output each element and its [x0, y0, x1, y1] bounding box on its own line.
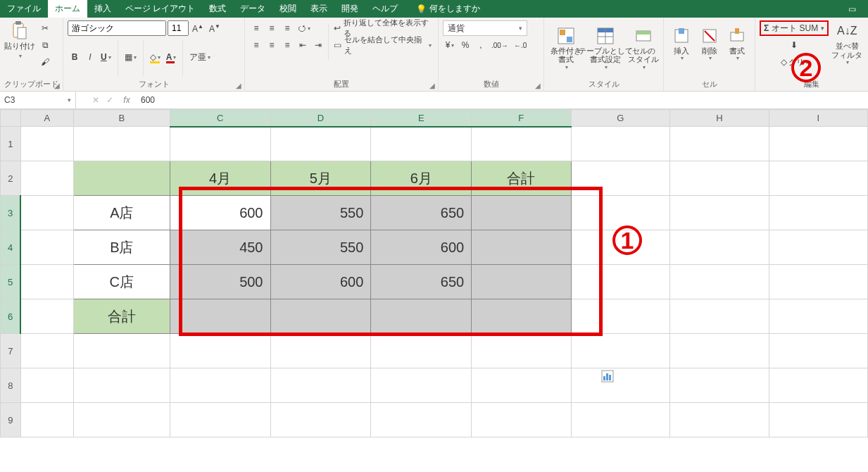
tab-home[interactable]: ホーム	[48, 0, 87, 18]
cell-H7[interactable]	[670, 334, 769, 368]
tab-formulas[interactable]: 数式	[202, 0, 233, 18]
increase-decimal-button[interactable]: .00→	[489, 37, 510, 53]
cell-F3[interactable]	[472, 196, 571, 230]
format-cells-button[interactable]: 書式	[724, 25, 750, 75]
col-header-B[interactable]: B	[74, 110, 170, 127]
fill-button[interactable]: ⬇	[760, 37, 829, 53]
cell-I9[interactable]	[769, 403, 867, 437]
font-dialog-launcher[interactable]: ◢	[234, 81, 243, 89]
cell-A5[interactable]	[20, 265, 73, 299]
currency-button[interactable]: ¥	[443, 37, 457, 53]
row-header-1[interactable]: 1	[1, 127, 21, 161]
paste-button[interactable]: 貼り付け	[4, 20, 35, 70]
col-header-D[interactable]: D	[270, 110, 371, 127]
align-top-button[interactable]: ≡	[249, 20, 263, 36]
cell-C5[interactable]: 500	[170, 265, 270, 299]
cell-E3[interactable]: 650	[371, 196, 472, 230]
cell-B5[interactable]: C店	[74, 265, 170, 299]
cell-G6[interactable]	[571, 299, 670, 334]
cell-H6[interactable]	[670, 299, 769, 334]
bold-button[interactable]: B	[68, 49, 82, 65]
worksheet-grid[interactable]: A B C D E F G H I 1 2 4月 5月 6月 合計 3	[0, 109, 868, 472]
row-header-7[interactable]: 7	[1, 334, 21, 368]
cell-F5[interactable]	[472, 265, 571, 299]
cell-F9[interactable]	[472, 403, 571, 437]
decrease-decimal-button[interactable]: ←.0	[512, 37, 529, 53]
cell-A7[interactable]	[20, 334, 73, 368]
font-size-input[interactable]	[168, 20, 189, 36]
cell-D1[interactable]	[270, 127, 371, 161]
insert-function-button[interactable]: fx	[117, 95, 137, 105]
number-dialog-launcher[interactable]: ◢	[534, 81, 542, 89]
cell-B1[interactable]	[74, 127, 170, 161]
wrap-text-button[interactable]: ↩ 折り返して全体を表示する	[332, 20, 434, 36]
cell-F4[interactable]	[472, 230, 571, 265]
sort-filter-button[interactable]: A↓Z 並べ替 フィルタ	[833, 20, 861, 70]
ribbon-collapse-button[interactable]: ▭	[836, 0, 868, 18]
cell-A6[interactable]	[20, 299, 73, 334]
orientation-button[interactable]: ⭯	[296, 20, 313, 36]
cell-A3[interactable]	[20, 196, 73, 230]
cell-A1[interactable]	[20, 127, 73, 161]
cell-G2[interactable]	[571, 161, 670, 196]
cell-I3[interactable]	[769, 196, 867, 230]
align-right-button[interactable]: ≡	[280, 37, 294, 53]
cell-B3[interactable]: A店	[74, 196, 170, 230]
cell-D9[interactable]	[270, 403, 371, 437]
formula-input[interactable]: 600	[137, 95, 868, 105]
cut-button[interactable]: ✂	[38, 20, 52, 36]
align-center-button[interactable]: ≡	[265, 37, 279, 53]
delete-cells-button[interactable]: 削除	[696, 25, 723, 75]
cell-E6[interactable]	[371, 299, 472, 334]
copy-button[interactable]: ⧉	[38, 37, 52, 53]
insert-cells-button[interactable]: 挿入	[668, 25, 695, 75]
select-all-button[interactable]	[1, 110, 21, 127]
tab-developer[interactable]: 開発	[334, 0, 365, 18]
tab-review[interactable]: 校閲	[272, 0, 303, 18]
format-as-table-button[interactable]: テーブルとして 書式設定	[584, 25, 627, 75]
alignment-dialog-launcher[interactable]: ◢	[428, 81, 436, 89]
quick-analysis-button[interactable]	[601, 370, 614, 383]
row-header-9[interactable]: 9	[1, 403, 21, 437]
cell-C3[interactable]: 600	[170, 196, 270, 230]
cell-B4[interactable]: B店	[74, 230, 170, 265]
cell-G9[interactable]	[571, 403, 670, 437]
cell-B6[interactable]: 合計	[74, 299, 170, 334]
cell-F2[interactable]: 合計	[472, 161, 571, 196]
cell-I1[interactable]	[769, 127, 867, 161]
decrease-font-button[interactable]: A▼	[207, 20, 222, 36]
col-header-G[interactable]: G	[571, 110, 670, 127]
cell-F6[interactable]	[472, 299, 571, 334]
cell-A2[interactable]	[20, 161, 73, 196]
font-color-button[interactable]: A	[164, 49, 179, 65]
cell-A8[interactable]	[20, 368, 73, 403]
cell-A9[interactable]	[20, 403, 73, 437]
align-bottom-button[interactable]: ≡	[280, 20, 294, 36]
phonetic-button[interactable]: ア亜	[187, 49, 213, 65]
cell-I5[interactable]	[769, 265, 867, 299]
cell-C9[interactable]	[170, 403, 270, 437]
cell-H1[interactable]	[670, 127, 769, 161]
cell-E1[interactable]	[371, 127, 472, 161]
font-name-input[interactable]	[68, 20, 166, 36]
cell-E5[interactable]: 650	[371, 265, 472, 299]
cell-G7[interactable]	[571, 334, 670, 368]
cell-F8[interactable]	[472, 368, 571, 403]
tell-me[interactable]: 💡 何をしますか	[409, 0, 487, 18]
decrease-indent-button[interactable]: ⇤	[296, 37, 310, 53]
increase-indent-button[interactable]: ⇥	[311, 37, 325, 53]
cell-F7[interactable]	[472, 334, 571, 368]
tab-view[interactable]: 表示	[303, 0, 334, 18]
formula-enter-button[interactable]: ✓	[103, 95, 117, 105]
cell-E7[interactable]	[371, 334, 472, 368]
cell-I2[interactable]	[769, 161, 867, 196]
tab-page-layout[interactable]: ページ レイアウト	[118, 0, 202, 18]
tab-help[interactable]: ヘルプ	[365, 0, 405, 18]
format-painter-button[interactable]: 🖌	[38, 54, 52, 70]
row-header-5[interactable]: 5	[1, 265, 21, 299]
autosum-button[interactable]: Σ オート SUM ▾	[760, 20, 829, 36]
cell-C8[interactable]	[170, 368, 270, 403]
cell-H3[interactable]	[670, 196, 769, 230]
col-header-F[interactable]: F	[472, 110, 571, 127]
row-header-6[interactable]: 6	[1, 299, 21, 334]
